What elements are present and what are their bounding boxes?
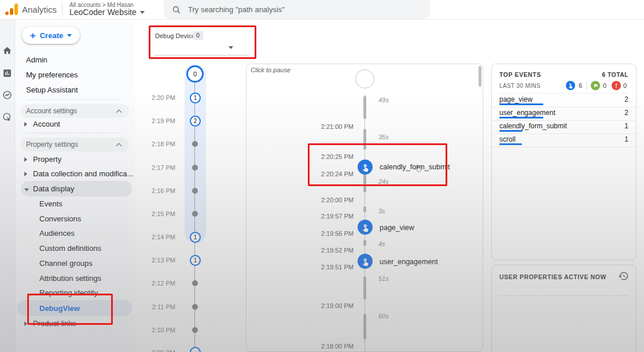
- sidebar-item-property[interactable]: Property: [15, 153, 135, 165]
- minute-node-empty[interactable]: [192, 211, 198, 217]
- home-icon[interactable]: [2, 46, 12, 55]
- gap-label: 3s: [378, 208, 385, 214]
- minute-node[interactable]: [190, 347, 201, 352]
- gap-segment: [363, 206, 366, 212]
- minute-node[interactable]: 2: [190, 116, 201, 127]
- sidebar-item-audiences[interactable]: Audiences: [39, 227, 132, 239]
- chevron-down-icon: [67, 34, 72, 37]
- gap-label: 24s: [378, 178, 389, 185]
- top-event-row[interactable]: scroll 1: [492, 134, 636, 147]
- minute-label: 2:17 PM: [141, 164, 175, 171]
- expand-right-icon[interactable]: [24, 120, 30, 128]
- reports-icon[interactable]: [2, 68, 12, 78]
- sidebar-item-admin[interactable]: Admin: [15, 53, 135, 66]
- event-label-page-view[interactable]: page_view: [380, 224, 414, 232]
- event-icon-page-view[interactable]: [358, 220, 373, 235]
- stream-time: 2:19:52 PM: [307, 247, 354, 254]
- create-button-label: Create: [40, 31, 63, 40]
- expand-down-icon[interactable]: [24, 184, 30, 193]
- sidebar-item-account[interactable]: Account: [15, 117, 135, 130]
- gap-segment: [363, 240, 366, 246]
- history-icon[interactable]: [618, 271, 629, 281]
- minute-node-empty[interactable]: [192, 188, 198, 194]
- gap-label: 35s: [378, 134, 389, 140]
- search-input[interactable]: [187, 5, 409, 14]
- events-counter-value: 6: [579, 82, 582, 89]
- minute-node-empty[interactable]: [192, 304, 198, 310]
- sidebar-item-my-preferences[interactable]: My preferences: [15, 68, 135, 81]
- gap-segment: [363, 314, 366, 339]
- stream-time: 2:20:25 PM: [307, 153, 354, 160]
- counter-divider: [586, 81, 587, 90]
- sidebar-item-data-display[interactable]: Data display: [15, 182, 135, 195]
- minute-node[interactable]: 1: [190, 232, 201, 243]
- sidebar-item-conversions[interactable]: Conversions: [39, 212, 132, 225]
- top-event-row[interactable]: user_engagement 2: [492, 107, 636, 121]
- sidebar-item-channel-groups[interactable]: Channel groups: [39, 257, 132, 269]
- stream-head-circle: [355, 69, 374, 88]
- minute-node-empty[interactable]: [192, 280, 198, 286]
- search-bar[interactable]: [164, 0, 430, 19]
- analytics-logo-icon[interactable]: [5, 3, 19, 15]
- explore-icon[interactable]: [2, 90, 12, 100]
- gap-label: 60s: [378, 313, 389, 320]
- sidebar-divider: [26, 133, 120, 134]
- user-properties-panel: USER PROPERTIES ACTIVE NOW: [491, 265, 636, 352]
- errors-counter-icon: !: [612, 81, 621, 90]
- minute-node[interactable]: 1: [190, 92, 201, 103]
- minute-label: 2:11 PM: [141, 303, 175, 310]
- top-event-row[interactable]: calendly_form_submit 1: [492, 120, 636, 134]
- sidebar-item-product-links[interactable]: Product links: [15, 317, 135, 329]
- sidebar-item-custom-definitions[interactable]: Custom definitions: [39, 242, 132, 254]
- event-stream-panel[interactable]: Click to pause 49s 35s 24s 3s 4s 51s 60s…: [246, 64, 483, 352]
- minute-node-current[interactable]: 0: [186, 65, 204, 83]
- event-icon-calendly[interactable]: [358, 160, 373, 175]
- stream-time: 2:19:56 PM: [307, 230, 354, 237]
- create-button[interactable]: + Create: [22, 27, 80, 44]
- gap-label: 49s: [378, 97, 389, 103]
- top-events-title: TOP EVENTS: [499, 71, 541, 78]
- search-icon: [172, 5, 181, 14]
- debug-device-label: Debug Device: [155, 32, 195, 39]
- event-label-user-engagement[interactable]: user_engagement: [380, 258, 438, 266]
- sidebar-item-setup-assistant[interactable]: Setup Assistant: [15, 83, 135, 96]
- top-event-row[interactable]: page_view 2: [492, 94, 636, 108]
- section-property-settings[interactable]: Property settings: [21, 138, 129, 151]
- hand-cursor-icon: [413, 164, 424, 174]
- top-events-subtitle: LAST 30 MINS: [499, 83, 540, 89]
- sidebar-item-events[interactable]: Events: [39, 197, 132, 210]
- minute-label: 2:19 PM: [141, 117, 175, 124]
- scrollbar-thumb[interactable]: [479, 66, 481, 87]
- pause-hint[interactable]: Click to pause: [251, 66, 290, 73]
- debug-device-select[interactable]: Debug Device 0: [154, 28, 249, 55]
- plus-icon: +: [30, 31, 36, 40]
- debug-device-count-badge: 0: [193, 31, 203, 40]
- chevron-down-icon: [140, 11, 145, 14]
- event-bar: [499, 130, 522, 132]
- minute-node-empty[interactable]: [192, 327, 198, 333]
- minute-node-empty[interactable]: [192, 165, 198, 171]
- advertising-icon[interactable]: [2, 112, 12, 122]
- minute-label: 2:18 PM: [141, 140, 175, 147]
- minute-label: 2:12 PM: [141, 280, 175, 287]
- event-bar: [499, 143, 522, 145]
- property-selector[interactable]: LeoCoder Website: [69, 8, 145, 17]
- sidebar-item-debugview[interactable]: DebugView: [39, 302, 132, 314]
- conversions-counter-value: 0: [603, 82, 606, 89]
- minute-label: 2:13 PM: [141, 257, 175, 264]
- sidebar-item-reporting-identity[interactable]: Reporting identity: [39, 286, 132, 299]
- sidebar-item-data-collection[interactable]: Data collection and modifica...: [15, 167, 135, 180]
- minute-node-empty[interactable]: [192, 141, 198, 147]
- sidebar-item-attribution-settings[interactable]: Attribution settings: [39, 272, 132, 284]
- chevron-up-icon: [116, 109, 122, 115]
- expand-right-icon[interactable]: [24, 169, 30, 178]
- expand-right-icon[interactable]: [24, 319, 30, 328]
- nav-rail: [0, 19, 15, 352]
- chevron-down-icon: [229, 46, 233, 49]
- event-icon-user-engagement[interactable]: [358, 254, 373, 269]
- expand-right-icon[interactable]: [24, 155, 30, 164]
- section-account-settings[interactable]: Account settings: [21, 104, 129, 118]
- minute-node[interactable]: 1: [190, 255, 201, 266]
- top-events-total: 6 TOTAL: [602, 71, 628, 78]
- conversions-counter-icon: [591, 81, 600, 90]
